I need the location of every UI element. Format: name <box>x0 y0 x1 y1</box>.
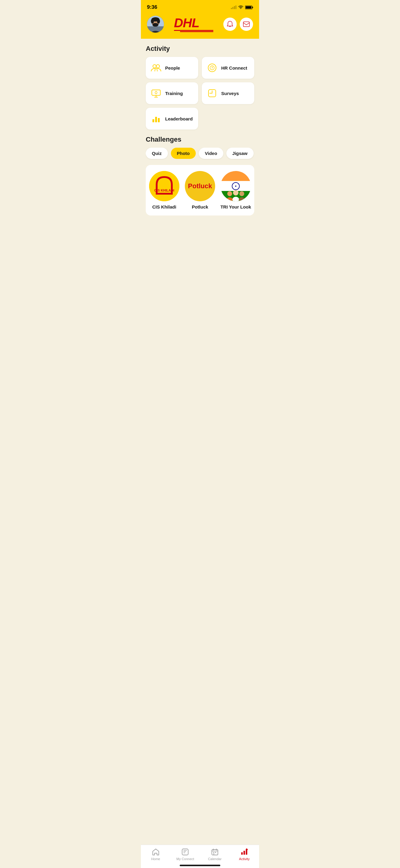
tab-quiz[interactable]: Quiz <box>146 148 168 159</box>
activity-grid: People ? HR Connect <box>146 57 254 129</box>
training-icon <box>151 88 162 99</box>
svg-point-31 <box>235 186 236 187</box>
training-card[interactable]: Training <box>146 82 198 104</box>
battery-icon <box>245 5 253 9</box>
training-label: Training <box>165 91 183 96</box>
leaderboard-icon <box>151 113 162 124</box>
potluck-card[interactable]: Potluck Potluck <box>184 171 216 210</box>
signal-icon <box>231 5 236 9</box>
leaderboard-label: Leaderboard <box>165 116 193 121</box>
people-card[interactable]: People <box>146 57 198 79</box>
mail-icon <box>243 21 250 27</box>
svg-point-16 <box>153 65 156 68</box>
svg-rect-0 <box>231 8 232 9</box>
svg-rect-1 <box>232 7 233 9</box>
svg-rect-24 <box>152 119 154 122</box>
potluck-inner-text: Potluck <box>188 182 212 190</box>
challenge-cards-container: CIS KHILADI CIS Khiladi Potluck Potluck <box>146 165 254 216</box>
wifi-icon <box>238 5 243 9</box>
avatar-image <box>147 16 164 33</box>
challenges-section-title: Challenges <box>146 135 254 144</box>
svg-point-14 <box>152 23 159 27</box>
tab-jigsaw[interactable]: Jigsaw <box>226 148 254 159</box>
svg-point-13 <box>157 19 160 24</box>
cis-khiladi-image: CIS KHILADI <box>149 171 179 201</box>
cis-khiladi-card[interactable]: CIS KHILADI CIS Khiladi <box>149 171 180 210</box>
svg-point-17 <box>156 65 160 68</box>
svg-rect-15 <box>243 22 249 27</box>
tri-your-look-card[interactable]: TRI Your Look <box>220 171 251 210</box>
potluck-image: Potluck <box>185 171 215 201</box>
message-button[interactable] <box>240 18 253 31</box>
challenge-cards: CIS KHILADI CIS Khiladi Potluck Potluck <box>149 171 251 210</box>
surveys-icon <box>207 88 218 99</box>
svg-point-22 <box>155 92 157 94</box>
people-icon <box>151 62 162 73</box>
svg-point-36 <box>239 191 244 196</box>
dhl-underlines <box>174 30 213 32</box>
svg-point-32 <box>227 191 232 196</box>
cis-khiladi-name: CIS Khiladi <box>152 204 176 210</box>
challenges-section: Challenges Quiz Photo Video Jigsaw CIS K… <box>146 135 254 216</box>
svg-rect-21 <box>152 90 160 95</box>
svg-rect-2 <box>234 6 235 9</box>
status-icons <box>231 5 253 9</box>
svg-rect-6 <box>246 6 252 8</box>
svg-point-27 <box>149 171 179 201</box>
header-actions <box>223 18 253 31</box>
potluck-name: Potluck <box>192 204 208 210</box>
challenge-tabs: Quiz Photo Video Jigsaw <box>146 148 254 160</box>
status-time: 9:36 <box>147 4 157 10</box>
activity-section-title: Activity <box>146 45 254 53</box>
dhl-logo-text: DHL <box>174 17 213 29</box>
tab-video[interactable]: Video <box>199 148 223 159</box>
bell-icon <box>227 21 233 28</box>
hr-connect-label: HR Connect <box>221 65 247 70</box>
svg-text:?: ? <box>211 66 213 70</box>
status-bar: 9:36 <box>141 0 259 13</box>
avatar[interactable] <box>147 16 164 33</box>
surveys-card[interactable]: Surveys <box>202 82 254 104</box>
hr-connect-card[interactable]: ? HR Connect <box>202 57 254 79</box>
hr-icon: ? <box>207 62 218 73</box>
leaderboard-card[interactable]: Leaderboard <box>146 108 198 129</box>
dhl-logo: DHL <box>164 17 223 32</box>
tab-photo[interactable]: Photo <box>171 148 196 159</box>
svg-point-34 <box>233 190 238 195</box>
main-content: Activity People ? <box>141 39 259 252</box>
tri-your-look-name: TRI Your Look <box>220 204 251 210</box>
tri-your-look-image <box>221 171 251 201</box>
svg-text:CIS KHILADI: CIS KHILADI <box>154 189 174 192</box>
svg-rect-3 <box>235 5 236 9</box>
svg-rect-26 <box>158 118 160 122</box>
notification-button[interactable] <box>223 18 237 31</box>
svg-rect-25 <box>155 117 157 122</box>
people-label: People <box>165 65 180 70</box>
header: DHL <box>141 13 259 39</box>
svg-rect-5 <box>252 7 253 8</box>
svg-point-12 <box>151 19 154 24</box>
surveys-label: Surveys <box>221 91 239 96</box>
